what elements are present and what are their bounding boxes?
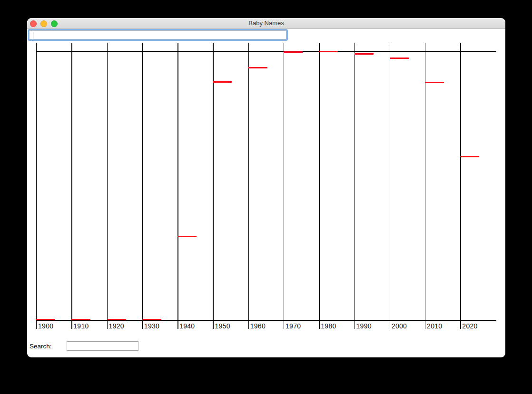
rank-dash [460, 156, 479, 157]
name-input-focus-ring [28, 29, 288, 41]
decade-label: 1910 [73, 322, 89, 330]
decade-gridline [460, 43, 461, 329]
decade-label: 1920 [109, 322, 124, 330]
text-caret [33, 32, 33, 38]
x-axis-line [36, 320, 496, 321]
decade-label: 1960 [250, 322, 266, 330]
decade-label: 2000 [392, 322, 407, 330]
rank-dash [213, 81, 232, 83]
window-title: Baby Names [27, 18, 505, 29]
decade-label: 2010 [427, 322, 442, 330]
decade-label: 1980 [321, 322, 336, 330]
desktop-background: Baby Names 19001910192019301940195019601… [0, 0, 532, 394]
search-input[interactable] [67, 341, 138, 351]
decade-gridline [425, 43, 425, 329]
rank-dash [390, 58, 409, 59]
rank-dash [284, 51, 303, 53]
chart-top-line [36, 51, 496, 52]
decade-gridline [248, 43, 249, 329]
decade-gridline [355, 43, 355, 329]
decade-label: 1950 [215, 322, 230, 330]
rank-dash [142, 319, 161, 320]
decade-gridline [284, 43, 284, 329]
decade-gridline [142, 43, 143, 329]
decade-label: 1940 [179, 322, 195, 330]
decade-label: 1930 [144, 322, 159, 330]
rank-chart: 1900191019201930194019501960197019801990… [27, 18, 505, 357]
rank-dash [177, 236, 197, 237]
decade-gridline [213, 43, 213, 329]
app-window: Baby Names 19001910192019301940195019601… [27, 18, 505, 357]
rank-dash [107, 319, 126, 320]
rank-dash [319, 51, 338, 52]
rank-dash [36, 319, 55, 320]
rank-dash [355, 53, 374, 55]
rank-dash [248, 67, 267, 68]
decade-gridline [36, 43, 37, 329]
decade-label: 1900 [38, 322, 53, 330]
decade-label: 1990 [356, 322, 372, 330]
titlebar[interactable]: Baby Names [27, 18, 505, 29]
rank-dash [425, 82, 444, 83]
decade-gridline [107, 43, 108, 329]
search-label: Search: [30, 343, 52, 350]
name-input[interactable] [32, 31, 283, 39]
name-input-field [29, 30, 286, 39]
rank-dash [71, 319, 90, 320]
decade-label: 1970 [286, 322, 301, 330]
decade-gridline [319, 43, 319, 329]
decade-gridline [390, 43, 390, 329]
decade-label: 2020 [462, 322, 477, 330]
decade-gridline [177, 43, 178, 329]
decade-gridline [71, 43, 72, 329]
